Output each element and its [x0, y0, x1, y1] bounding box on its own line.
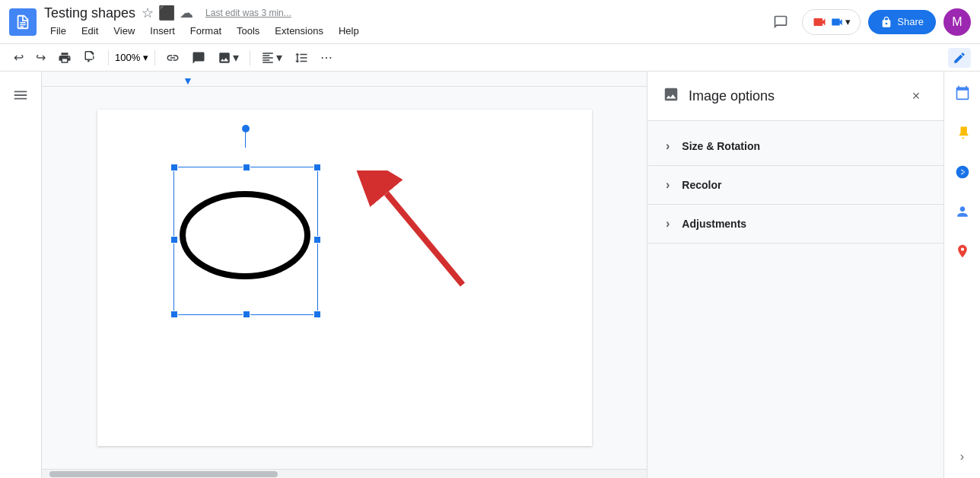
doc-canvas[interactable] [42, 87, 647, 469]
panel-close-button[interactable]: × [904, 84, 928, 108]
top-bar: Testing shapes ☆ ⬛ ☁ Last edit was 3 min… [0, 0, 980, 44]
zoom-dropdown-icon: ▾ [143, 52, 148, 63]
line-spacing-button[interactable] [290, 48, 313, 68]
toolbar-divider-1 [108, 50, 109, 65]
user-avatar[interactable]: M [943, 8, 971, 36]
left-sidebar [0, 72, 42, 478]
handle-bottom-right[interactable] [313, 311, 321, 318]
zoom-value: 100% [115, 52, 140, 63]
menu-help[interactable]: Help [332, 23, 365, 39]
add-comment-button[interactable] [187, 48, 210, 68]
right-edge-sidebar: › [943, 72, 980, 478]
menu-extensions[interactable]: Extensions [269, 23, 329, 39]
ellipse-shape[interactable] [180, 190, 310, 281]
doc-area: ▼ [42, 72, 647, 478]
panel-section-recolor[interactable]: › Recolor [648, 166, 943, 205]
print-button[interactable] [53, 48, 76, 68]
handle-top-right[interactable] [313, 164, 321, 171]
toolbar-divider-2 [154, 50, 155, 65]
menu-view[interactable]: View [107, 23, 141, 39]
star-icon[interactable]: ☆ [142, 5, 154, 21]
image-button[interactable]: ▾ [213, 47, 243, 68]
handle-bottom-middle[interactable] [243, 311, 250, 318]
menu-insert[interactable]: Insert [144, 23, 181, 39]
panel-header: Image options × [648, 72, 943, 121]
edit-mode-button[interactable] [948, 48, 971, 68]
handle-top-middle[interactable] [243, 164, 250, 171]
ruler-marker: ▼ [183, 75, 193, 87]
drive-icon[interactable]: ⬛ [158, 5, 175, 21]
panel-section-size-rotation[interactable]: › Size & Rotation [648, 127, 943, 166]
rotate-line [245, 132, 246, 148]
ruler: ▼ [42, 72, 647, 87]
panel-section-adjustments[interactable]: › Adjustments [648, 205, 943, 244]
image-options-panel: Image options × › Size & Rotation › Reco… [647, 72, 943, 478]
menu-tools[interactable]: Tools [231, 23, 266, 39]
menu-format[interactable]: Format [184, 23, 228, 39]
top-right-actions: ▾ Share M [767, 8, 971, 36]
share-label: Share [897, 16, 924, 27]
panel-image-icon [663, 86, 679, 107]
edge-keep-icon[interactable] [949, 119, 976, 146]
rotate-handle[interactable] [242, 125, 250, 132]
paint-format-button[interactable] [79, 48, 102, 68]
section-label-recolor: Recolor [682, 179, 721, 191]
undo-button[interactable]: ↩ [9, 47, 28, 68]
redo-button[interactable]: ↪ [31, 47, 50, 68]
more-options-button[interactable]: ⋯ [316, 47, 337, 68]
bottom-scrollbar[interactable] [42, 469, 647, 478]
edge-calendar-icon[interactable] [949, 79, 976, 107]
shape-container[interactable] [173, 148, 318, 315]
section-label-size: Size & Rotation [682, 140, 760, 152]
menu-edit[interactable]: Edit [75, 23, 104, 39]
scroll-thumb[interactable] [49, 471, 278, 477]
svg-point-1 [183, 194, 307, 276]
handle-middle-left[interactable] [170, 236, 178, 244]
section-label-adjustments: Adjustments [682, 218, 746, 230]
zoom-selector[interactable]: 100% ▾ [115, 52, 148, 63]
chevron-icon-size: › [666, 139, 670, 153]
share-button[interactable]: Share [868, 10, 936, 34]
cloud-icon[interactable]: ☁ [180, 5, 193, 21]
red-arrow-annotation [341, 170, 493, 308]
link-button[interactable] [161, 48, 184, 68]
edge-tasks-icon[interactable] [949, 158, 976, 186]
toolbar-divider-3 [250, 50, 250, 65]
toolbar: ↩ ↪ 100% ▾ ▾ ▾ ⋯ [0, 44, 980, 72]
expand-label: › [960, 450, 964, 464]
last-edit-text[interactable]: Last edit was 3 min... [205, 8, 291, 18]
menu-file[interactable]: File [44, 23, 72, 39]
comment-button[interactable] [767, 8, 794, 36]
menu-bar: File Edit View Insert Format Tools Exten… [44, 23, 759, 39]
panel-content: › Size & Rotation › Recolor › Adjustment… [648, 121, 943, 250]
app-icon[interactable] [9, 8, 37, 36]
edge-expand-icon[interactable]: › [949, 443, 976, 470]
doc-title[interactable]: Testing shapes [44, 5, 135, 21]
sidebar-doc-icon[interactable] [12, 87, 29, 107]
edge-maps-icon[interactable] [949, 237, 976, 265]
chevron-icon-recolor: › [666, 178, 670, 192]
panel-title: Image options [689, 88, 895, 104]
handle-top-left[interactable] [170, 164, 178, 171]
svg-line-3 [387, 193, 463, 285]
main-area: ▼ [0, 72, 980, 478]
doc-page[interactable] [97, 110, 592, 446]
chevron-icon-adjustments: › [666, 217, 670, 231]
edge-contacts-icon[interactable] [949, 198, 976, 225]
meet-button[interactable]: ▾ [802, 9, 861, 35]
handle-middle-right[interactable] [313, 236, 321, 244]
doc-title-area: Testing shapes ☆ ⬛ ☁ Last edit was 3 min… [44, 5, 759, 39]
align-button[interactable]: ▾ [256, 47, 287, 68]
handle-bottom-left[interactable] [170, 311, 178, 318]
